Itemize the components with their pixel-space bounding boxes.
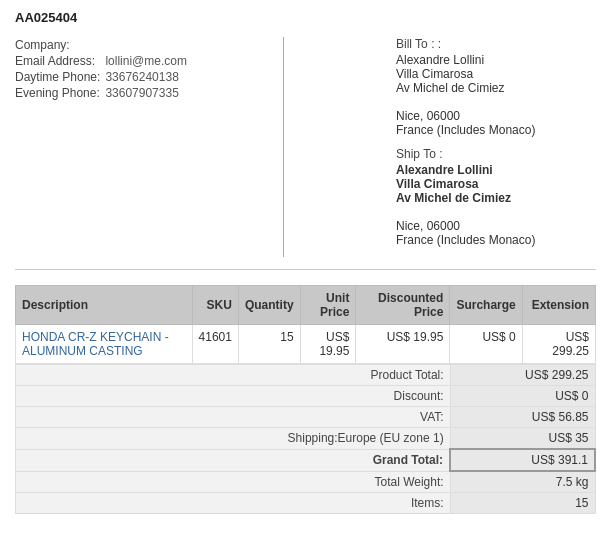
col-sku: SKU [192, 286, 238, 325]
email-label: Email Address: [15, 53, 105, 69]
total-weight-label: Total Weight: [16, 471, 451, 493]
invoice-table: Description SKU Quantity Unit Price Disc… [15, 285, 596, 364]
bill-to-address2: Av Michel de Cimiez [396, 81, 596, 95]
company-value [105, 37, 192, 53]
company-info: Company: Email Address: lollini@me.com D… [15, 37, 192, 257]
vat-row: VAT: US$ 56.85 [16, 407, 596, 428]
header-section: Company: Email Address: lollini@me.com D… [15, 37, 596, 270]
col-surcharge: Surcharge [450, 286, 522, 325]
product-total-label: Product Total: [16, 365, 451, 386]
vat-value: US$ 56.85 [450, 407, 595, 428]
row-quantity: 15 [238, 325, 300, 364]
table-row: HONDA CR-Z KEYCHAIN - ALUMINUM CASTING 4… [16, 325, 596, 364]
col-extension: Extension [522, 286, 595, 325]
bill-to-name: Alexandre Lollini [396, 53, 596, 67]
totals-table: Product Total: US$ 299.25 Discount: US$ … [15, 364, 596, 514]
ship-to-address2: Av Michel de Cimiez [396, 191, 596, 205]
col-description: Description [16, 286, 193, 325]
grand-total-label: Grand Total: [16, 449, 451, 471]
col-unit-price: Unit Price [300, 286, 356, 325]
shipping-value: US$ 35 [450, 428, 595, 450]
ship-to-block: Ship To : Alexandre Lollini Villa Cimaro… [396, 147, 596, 247]
company-label: Company: [15, 37, 105, 53]
discount-label: Discount: [16, 386, 451, 407]
evening-label: Evening Phone: [15, 85, 105, 101]
col-discounted-price: Discounted Price [356, 286, 450, 325]
bill-to-country: France (Includes Monaco) [396, 123, 596, 137]
ship-to-label: Ship To : [396, 147, 596, 161]
col-quantity: Quantity [238, 286, 300, 325]
bill-to-block: Bill To : : Alexandre Lollini Villa Cima… [396, 37, 596, 137]
addresses: Bill To : : Alexandre Lollini Villa Cima… [376, 37, 596, 257]
order-id: AA025404 [15, 10, 596, 25]
ship-to-name: Alexandre Lollini [396, 163, 596, 177]
product-total-row: Product Total: US$ 299.25 [16, 365, 596, 386]
email-value: lollini@me.com [105, 53, 192, 69]
items-value: 15 [450, 493, 595, 514]
daytime-value: 33676240138 [105, 69, 192, 85]
row-description: HONDA CR-Z KEYCHAIN - ALUMINUM CASTING [16, 325, 193, 364]
daytime-label: Daytime Phone: [15, 69, 105, 85]
row-discounted-price: US$ 19.95 [356, 325, 450, 364]
items-row: Items: 15 [16, 493, 596, 514]
row-extension: US$ 299.25 [522, 325, 595, 364]
row-surcharge: US$ 0 [450, 325, 522, 364]
product-total-value: US$ 299.25 [450, 365, 595, 386]
shipping-label: Shipping:Europe (EU zone 1) [16, 428, 451, 450]
discount-value: US$ 0 [450, 386, 595, 407]
bill-to-address1: Villa Cimarosa [396, 67, 596, 81]
bill-to-city: Nice, 06000 [396, 109, 596, 123]
shipping-row: Shipping:Europe (EU zone 1) US$ 35 [16, 428, 596, 450]
row-sku: 41601 [192, 325, 238, 364]
evening-value: 33607907335 [105, 85, 192, 101]
divider [283, 37, 284, 257]
ship-to-city: Nice, 06000 [396, 219, 596, 233]
items-label: Items: [16, 493, 451, 514]
bill-to-label: Bill To : : [396, 37, 596, 51]
total-weight-row: Total Weight: 7.5 kg [16, 471, 596, 493]
vat-label: VAT: [16, 407, 451, 428]
discount-row: Discount: US$ 0 [16, 386, 596, 407]
grand-total-value: US$ 391.1 [450, 449, 595, 471]
total-weight-value: 7.5 kg [450, 471, 595, 493]
row-unit-price: US$ 19.95 [300, 325, 356, 364]
ship-to-address1: Villa Cimarosa [396, 177, 596, 191]
ship-to-country: France (Includes Monaco) [396, 233, 596, 247]
grand-total-row: Grand Total: US$ 391.1 [16, 449, 596, 471]
